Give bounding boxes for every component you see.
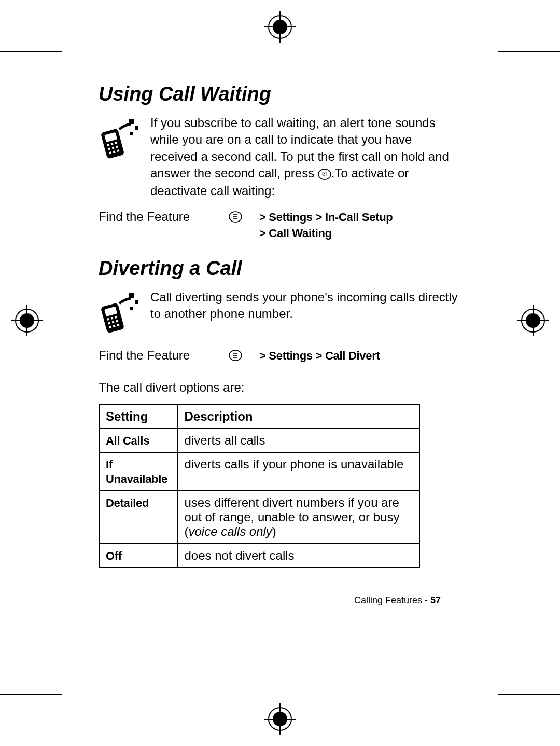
crop-mark <box>498 694 560 695</box>
desc: diverts calls if your phone is unavailab… <box>177 452 419 491</box>
send-key-icon: ✆ <box>318 166 331 183</box>
find-feature-label: Find the Feature <box>99 348 228 363</box>
section2-paragraph: Call diverting sends your phone's incomi… <box>150 289 461 323</box>
table-row: All Calls diverts all calls <box>99 429 419 452</box>
page-footer: Calling Features - 57 <box>354 595 441 606</box>
menu-path: > Settings > Call Divert <box>259 348 380 364</box>
path-line-1: > Settings > Call Divert <box>259 349 380 362</box>
setting-all-calls: All Calls <box>106 434 149 447</box>
registration-mark-icon <box>264 703 296 735</box>
svg-rect-28 <box>135 126 138 130</box>
path-line-2: > Call Waiting <box>259 227 332 240</box>
col-description: Description <box>177 405 419 429</box>
page-content: Using Call Waiting <box>99 83 461 568</box>
svg-rect-29 <box>130 132 133 135</box>
registration-mark-icon <box>11 305 43 336</box>
path-line-1: > Settings > In-Call Setup <box>259 211 393 224</box>
desc: diverts all calls <box>177 429 419 452</box>
phone-network-icon <box>99 289 140 338</box>
col-setting: Setting <box>99 405 177 429</box>
menu-key-icon <box>228 348 259 365</box>
find-feature-label: Find the Feature <box>99 210 228 224</box>
heading-diverting: Diverting a Call <box>99 257 461 280</box>
manual-page: Using Call Waiting <box>0 0 560 746</box>
menu-path: > Settings > In-Call Setup > Call Waitin… <box>259 210 393 242</box>
find-feature-row: Find the Feature > Settings > Call Diver… <box>99 348 461 365</box>
setting-detailed: Detailed <box>106 496 149 509</box>
options-intro: The call divert options are: <box>99 380 461 395</box>
phone-network-icon <box>99 115 140 163</box>
desc: does not divert calls <box>177 544 419 568</box>
crop-mark <box>0 694 62 695</box>
page-number: 57 <box>430 595 441 605</box>
setting-off: Off <box>106 549 122 562</box>
table-header-row: Setting Description <box>99 405 419 429</box>
registration-mark-icon <box>264 11 296 43</box>
text-italic: voice calls only <box>188 524 272 538</box>
registration-mark-icon <box>517 305 549 336</box>
find-feature-row: Find the Feature > Settings > In-Call Se… <box>99 210 461 242</box>
table-row: Detailed uses different divert numbers i… <box>99 491 419 544</box>
section1-body: If you subscribe to call waiting, an ale… <box>99 115 461 199</box>
section2-body: Call diverting sends your phone's incomi… <box>99 289 461 338</box>
text: ) <box>272 524 276 538</box>
crop-mark <box>0 51 62 52</box>
heading-call-waiting: Using Call Waiting <box>99 83 461 105</box>
menu-key-icon <box>228 210 259 226</box>
footer-label: Calling Features - <box>354 595 430 605</box>
crop-mark <box>498 51 560 52</box>
svg-rect-47 <box>129 293 134 298</box>
svg-text:✆: ✆ <box>322 171 327 178</box>
table-row: Off does not divert calls <box>99 544 419 568</box>
table-row: If Unavailable diverts calls if your pho… <box>99 452 419 491</box>
divert-options-table: Setting Description All Calls diverts al… <box>99 404 420 568</box>
svg-rect-49 <box>130 307 133 310</box>
desc: uses different divert numbers if you are… <box>177 491 419 544</box>
svg-rect-27 <box>129 119 134 124</box>
section1-paragraph: If you subscribe to call waiting, an ale… <box>150 115 461 199</box>
setting-if-unavailable: If Unavailable <box>106 458 167 486</box>
svg-rect-48 <box>135 300 138 304</box>
